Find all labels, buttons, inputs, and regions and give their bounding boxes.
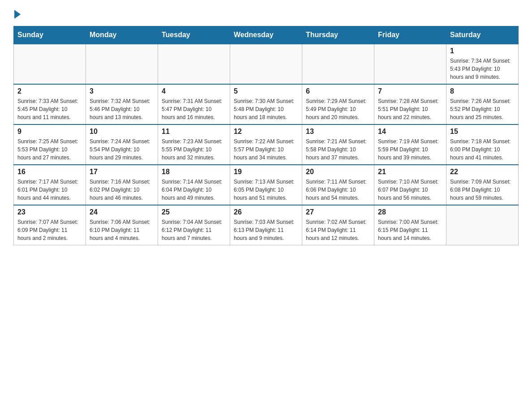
day-info: Sunrise: 7:11 AM Sunset: 6:06 PM Dayligh… xyxy=(306,178,370,202)
day-info: Sunrise: 7:02 AM Sunset: 6:14 PM Dayligh… xyxy=(306,218,370,242)
day-number: 2 xyxy=(17,87,82,95)
page-header xyxy=(13,9,519,19)
day-info: Sunrise: 7:04 AM Sunset: 6:12 PM Dayligh… xyxy=(162,218,226,242)
weekday-header-thursday: Thursday xyxy=(302,26,374,44)
day-number: 11 xyxy=(162,128,226,136)
day-info: Sunrise: 7:32 AM Sunset: 5:46 PM Dayligh… xyxy=(90,97,154,121)
weekday-header-wednesday: Wednesday xyxy=(230,26,302,44)
calendar-cell: 1Sunrise: 7:34 AM Sunset: 5:43 PM Daylig… xyxy=(446,44,519,84)
day-info: Sunrise: 7:29 AM Sunset: 5:49 PM Dayligh… xyxy=(306,97,370,121)
calendar-cell xyxy=(302,44,374,84)
weekday-header-saturday: Saturday xyxy=(446,26,519,44)
day-number: 3 xyxy=(90,87,154,95)
calendar-cell: 25Sunrise: 7:04 AM Sunset: 6:12 PM Dayli… xyxy=(158,205,230,245)
calendar-cell xyxy=(374,44,446,84)
logo-arrow-icon xyxy=(14,10,21,19)
day-number: 6 xyxy=(306,87,370,95)
day-info: Sunrise: 7:31 AM Sunset: 5:47 PM Dayligh… xyxy=(162,97,226,121)
calendar-cell: 15Sunrise: 7:18 AM Sunset: 6:00 PM Dayli… xyxy=(446,124,519,165)
calendar-cell: 11Sunrise: 7:23 AM Sunset: 5:55 PM Dayli… xyxy=(158,124,230,165)
calendar-cell: 9Sunrise: 7:25 AM Sunset: 5:53 PM Daylig… xyxy=(14,124,86,165)
day-info: Sunrise: 7:33 AM Sunset: 5:45 PM Dayligh… xyxy=(17,97,82,121)
logo xyxy=(13,9,21,19)
day-info: Sunrise: 7:23 AM Sunset: 5:55 PM Dayligh… xyxy=(162,137,226,162)
calendar-table: SundayMondayTuesdayWednesdayThursdayFrid… xyxy=(13,26,519,245)
day-info: Sunrise: 7:06 AM Sunset: 6:10 PM Dayligh… xyxy=(90,218,154,242)
day-info: Sunrise: 7:21 AM Sunset: 5:58 PM Dayligh… xyxy=(306,137,370,162)
day-info: Sunrise: 7:17 AM Sunset: 6:01 PM Dayligh… xyxy=(17,178,82,202)
weekday-header-tuesday: Tuesday xyxy=(158,26,230,44)
day-number: 26 xyxy=(234,208,298,216)
day-info: Sunrise: 7:10 AM Sunset: 6:07 PM Dayligh… xyxy=(378,178,442,202)
calendar-cell: 20Sunrise: 7:11 AM Sunset: 6:06 PM Dayli… xyxy=(302,165,374,205)
calendar-cell: 28Sunrise: 7:00 AM Sunset: 6:15 PM Dayli… xyxy=(374,205,446,245)
day-info: Sunrise: 7:30 AM Sunset: 5:48 PM Dayligh… xyxy=(234,97,298,121)
calendar-cell: 12Sunrise: 7:22 AM Sunset: 5:57 PM Dayli… xyxy=(230,124,302,165)
day-number: 27 xyxy=(306,208,370,216)
day-number: 23 xyxy=(17,208,82,216)
day-number: 8 xyxy=(450,87,515,95)
day-info: Sunrise: 7:28 AM Sunset: 5:51 PM Dayligh… xyxy=(378,97,442,121)
calendar-cell: 26Sunrise: 7:03 AM Sunset: 6:13 PM Dayli… xyxy=(230,205,302,245)
calendar-cell: 8Sunrise: 7:26 AM Sunset: 5:52 PM Daylig… xyxy=(446,84,519,124)
calendar-week-row: 9Sunrise: 7:25 AM Sunset: 5:53 PM Daylig… xyxy=(14,124,519,165)
day-number: 5 xyxy=(234,87,298,95)
day-number: 19 xyxy=(234,168,298,176)
day-number: 22 xyxy=(450,168,515,176)
day-info: Sunrise: 7:13 AM Sunset: 6:05 PM Dayligh… xyxy=(234,178,298,202)
calendar-cell: 19Sunrise: 7:13 AM Sunset: 6:05 PM Dayli… xyxy=(230,165,302,205)
calendar-cell xyxy=(14,44,86,84)
weekday-header-friday: Friday xyxy=(374,26,446,44)
day-number: 15 xyxy=(450,128,515,136)
day-info: Sunrise: 7:14 AM Sunset: 6:04 PM Dayligh… xyxy=(162,178,226,202)
weekday-header-monday: Monday xyxy=(86,26,158,44)
calendar-week-row: 23Sunrise: 7:07 AM Sunset: 6:09 PM Dayli… xyxy=(14,205,519,245)
calendar-cell: 6Sunrise: 7:29 AM Sunset: 5:49 PM Daylig… xyxy=(302,84,374,124)
calendar-cell: 10Sunrise: 7:24 AM Sunset: 5:54 PM Dayli… xyxy=(86,124,158,165)
day-number: 28 xyxy=(378,208,442,216)
calendar-cell: 5Sunrise: 7:30 AM Sunset: 5:48 PM Daylig… xyxy=(230,84,302,124)
day-info: Sunrise: 7:18 AM Sunset: 6:00 PM Dayligh… xyxy=(450,137,515,162)
day-info: Sunrise: 7:16 AM Sunset: 6:02 PM Dayligh… xyxy=(90,178,154,202)
calendar-cell: 14Sunrise: 7:19 AM Sunset: 5:59 PM Dayli… xyxy=(374,124,446,165)
day-number: 14 xyxy=(378,128,442,136)
calendar-body: 1Sunrise: 7:34 AM Sunset: 5:43 PM Daylig… xyxy=(14,44,519,245)
calendar-cell: 22Sunrise: 7:09 AM Sunset: 6:08 PM Dayli… xyxy=(446,165,519,205)
calendar-cell xyxy=(158,44,230,84)
calendar-cell: 18Sunrise: 7:14 AM Sunset: 6:04 PM Dayli… xyxy=(158,165,230,205)
day-info: Sunrise: 7:19 AM Sunset: 5:59 PM Dayligh… xyxy=(378,137,442,162)
calendar-cell: 17Sunrise: 7:16 AM Sunset: 6:02 PM Dayli… xyxy=(86,165,158,205)
calendar-cell: 7Sunrise: 7:28 AM Sunset: 5:51 PM Daylig… xyxy=(374,84,446,124)
day-number: 24 xyxy=(90,208,154,216)
day-number: 4 xyxy=(162,87,226,95)
calendar-cell: 24Sunrise: 7:06 AM Sunset: 6:10 PM Dayli… xyxy=(86,205,158,245)
day-number: 20 xyxy=(306,168,370,176)
weekday-header-sunday: Sunday xyxy=(14,26,86,44)
calendar-week-row: 2Sunrise: 7:33 AM Sunset: 5:45 PM Daylig… xyxy=(14,84,519,124)
weekday-header-row: SundayMondayTuesdayWednesdayThursdayFrid… xyxy=(14,26,519,44)
calendar-cell: 16Sunrise: 7:17 AM Sunset: 6:01 PM Dayli… xyxy=(14,165,86,205)
day-info: Sunrise: 7:26 AM Sunset: 5:52 PM Dayligh… xyxy=(450,97,515,121)
day-number: 13 xyxy=(306,128,370,136)
day-info: Sunrise: 7:03 AM Sunset: 6:13 PM Dayligh… xyxy=(234,218,298,242)
day-number: 9 xyxy=(17,128,82,136)
day-number: 12 xyxy=(234,128,298,136)
day-number: 18 xyxy=(162,168,226,176)
calendar-cell: 4Sunrise: 7:31 AM Sunset: 5:47 PM Daylig… xyxy=(158,84,230,124)
calendar-cell xyxy=(86,44,158,84)
day-number: 16 xyxy=(17,168,82,176)
day-info: Sunrise: 7:22 AM Sunset: 5:57 PM Dayligh… xyxy=(234,137,298,162)
calendar-cell: 2Sunrise: 7:33 AM Sunset: 5:45 PM Daylig… xyxy=(14,84,86,124)
day-number: 25 xyxy=(162,208,226,216)
calendar-cell: 3Sunrise: 7:32 AM Sunset: 5:46 PM Daylig… xyxy=(86,84,158,124)
day-number: 21 xyxy=(378,168,442,176)
day-info: Sunrise: 7:24 AM Sunset: 5:54 PM Dayligh… xyxy=(90,137,154,162)
day-info: Sunrise: 7:09 AM Sunset: 6:08 PM Dayligh… xyxy=(450,178,515,202)
calendar-cell xyxy=(230,44,302,84)
day-number: 7 xyxy=(378,87,442,95)
calendar-week-row: 16Sunrise: 7:17 AM Sunset: 6:01 PM Dayli… xyxy=(14,165,519,205)
day-number: 1 xyxy=(450,47,515,55)
day-info: Sunrise: 7:07 AM Sunset: 6:09 PM Dayligh… xyxy=(17,218,82,242)
day-info: Sunrise: 7:34 AM Sunset: 5:43 PM Dayligh… xyxy=(450,57,515,81)
day-number: 17 xyxy=(90,168,154,176)
